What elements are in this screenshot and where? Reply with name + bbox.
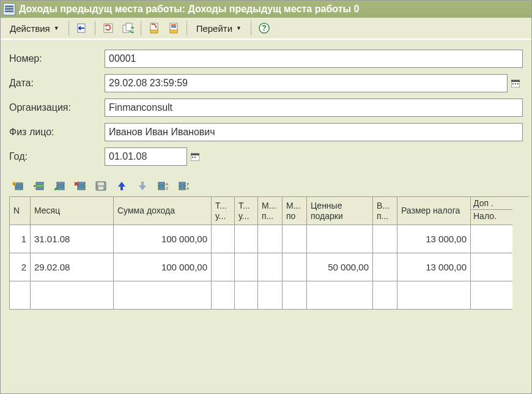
cell-month: 29.02.08 [31,253,114,281]
separator [187,21,187,35]
number-label: Номер: [9,53,105,64]
cell [373,281,397,310]
col-h3[interactable]: Т... у... [212,197,235,225]
svg-rect-40 [98,187,103,190]
col-sum[interactable]: Сумма дохода [114,197,212,225]
chevron-down-icon: ▼ [236,25,242,31]
goto-menu[interactable]: Перейти ▼ [191,20,247,37]
svg-text:A: A [187,187,189,190]
add-row-button[interactable]: ✦ [9,178,26,194]
col-month[interactable]: Месяц [31,197,114,225]
cell [212,253,235,281]
col-gifts[interactable]: Ценные подарки [307,197,373,225]
svg-rect-11 [171,26,176,28]
save-row-button[interactable] [92,178,109,194]
svg-rect-37 [78,188,85,190]
cell [283,281,307,310]
svg-rect-42 [158,185,164,187]
move-up-button[interactable] [113,178,130,194]
copy-button[interactable] [119,20,137,37]
table-row[interactable]: 2 29.02.08 100 000,00 50 000,00 13 000,0… [10,253,529,281]
year-value: 01.01.08 [109,151,187,162]
date-input[interactable]: 29.02.08 23:59:59 [105,74,523,92]
svg-rect-21 [191,154,199,155]
field-date: Дата: 29.02.08 23:59:59 [9,74,523,92]
col-n[interactable]: N [10,197,31,225]
cell [471,253,512,281]
edit-row-button[interactable] [51,178,68,194]
delete-row-button[interactable] [72,178,89,194]
cell [283,253,307,281]
calendar-icon[interactable] [187,147,202,166]
income-table: N Месяц Сумма дохода Т... у... Т... у...… [9,196,529,310]
svg-rect-36 [78,185,85,187]
table-row-empty[interactable] [10,281,529,310]
field-org: Организация: Finmanconsult [9,98,523,117]
cell-gifts: 50 000,00 [307,253,373,281]
separator [95,21,95,35]
cell-month: 31.01.08 [31,225,114,253]
insert-row-button[interactable] [30,178,47,194]
cell [235,281,258,310]
svg-rect-16 [511,80,520,82]
cell [307,281,373,310]
svg-rect-35 [78,182,85,184]
calendar-icon[interactable] [507,74,523,92]
person-value: Иванов Иван Иванович [109,127,215,138]
chevron-down-icon: ▼ [54,25,59,31]
cell [212,225,235,253]
col-h5[interactable]: М... п... [258,197,283,225]
col-h6[interactable]: М... по [283,197,307,225]
post-button[interactable] [73,20,91,37]
date-label: Дата: [9,78,105,89]
col-h4[interactable]: Т... у... [235,197,258,225]
year-label: Год: [9,151,105,162]
cell [373,225,397,253]
svg-rect-6 [126,23,132,31]
svg-text:?: ? [262,24,266,32]
cell [10,281,31,310]
help-button[interactable]: ? [255,20,273,37]
cell [373,253,397,281]
svg-rect-48 [179,188,185,190]
refresh-button[interactable] [99,20,117,37]
table-row[interactable]: 1 31.01.08 100 000,00 13 000,00 [10,225,529,253]
svg-rect-47 [179,185,185,187]
cell-tax: 13 000,00 [397,225,471,253]
svg-rect-23 [194,157,196,158]
titlebar: Доходы предыдущ места работы: Доходы пре… [1,1,531,18]
actions-menu[interactable]: Действия ▼ [4,20,65,37]
move-down-button[interactable] [134,178,151,194]
col-tax[interactable]: Размер налога [397,197,471,225]
svg-rect-2 [5,10,13,12]
separator [68,21,69,35]
sort-desc-button[interactable]: ZA [175,178,193,194]
svg-text:A: A [166,182,168,186]
svg-rect-25 [15,185,23,187]
year-input[interactable]: 01.01.08 [105,147,202,166]
svg-rect-1 [5,8,13,10]
table-toolbar: ✦ AZ ZA [1,176,531,196]
settings-button[interactable] [164,20,183,37]
col-extra-top: Доп . [471,197,512,210]
svg-rect-29 [36,182,43,184]
col-h8[interactable]: В... п... [373,197,397,225]
report-button[interactable] [145,20,163,37]
person-input[interactable]: Иванов Иван Иванович [105,123,523,141]
col-extra[interactable]: Доп . Нало. [471,197,512,225]
svg-rect-33 [57,185,64,187]
sort-asc-button[interactable]: AZ [155,178,172,194]
col-extra-bot: Нало. [471,210,499,222]
svg-rect-8 [150,30,158,33]
cell-sum: 100 000,00 [114,225,212,253]
person-label: Физ лицо: [9,127,105,138]
number-input[interactable]: 00001 [105,50,523,68]
org-label: Организация: [9,102,105,113]
cell [258,281,283,310]
svg-rect-31 [36,185,43,187]
svg-rect-24 [15,183,23,185]
org-input[interactable]: Finmanconsult [105,98,523,117]
cell [258,225,283,253]
cell [471,225,512,253]
field-number: Номер: 00001 [9,50,523,68]
